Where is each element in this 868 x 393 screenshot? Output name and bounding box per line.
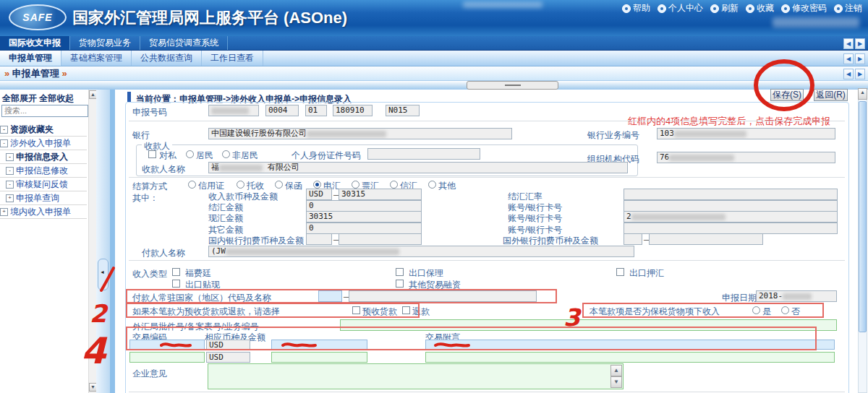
sidebar-splitter[interactable]	[96, 90, 110, 393]
other-trade-finance-checkbox[interactable]	[396, 280, 404, 288]
export-discount-checkbox[interactable]	[172, 280, 180, 288]
app-header: SAFE 国家外汇管理局网上服务平台 (ASOne) 帮助 个人中心 刷新 收藏…	[0, 0, 868, 36]
back-button[interactable]: 返回(R)	[814, 89, 848, 101]
scroll-left-icon[interactable]: ◀	[843, 38, 854, 49]
scroll-up-icon[interactable]: ▲	[610, 365, 622, 376]
declare-no-field-5: N015	[386, 105, 420, 116]
tx-remark-field-1[interactable]	[425, 340, 835, 350]
income-currency-field: USD	[306, 189, 332, 200]
declare-no-field-1	[208, 105, 259, 116]
safe-doc-no-field[interactable]	[340, 319, 837, 331]
scroll-right-icon[interactable]: ▶	[855, 38, 865, 49]
tx-amount-field-1[interactable]	[271, 340, 367, 350]
tx-code-field-1[interactable]	[129, 340, 205, 350]
refund-checkbox[interactable]	[402, 306, 410, 314]
logout-link[interactable]: 注销	[834, 2, 862, 14]
refund-label: 退款	[412, 306, 430, 318]
scroll-left-icon[interactable]: ◀	[843, 69, 854, 79]
export-bill-advance-checkbox[interactable]	[616, 268, 624, 276]
tree-controls: 全部展开 全部收起	[2, 92, 74, 105]
settlement-mail-radio[interactable]	[390, 181, 398, 189]
collapse-all-link[interactable]: 全部收起	[39, 93, 74, 103]
collapse-minus-icon[interactable]: -	[0, 139, 8, 147]
secondary-nav: 申报单管理 基础档案管理 公共数据查询 工作日查看	[0, 51, 868, 66]
secondary-nav-scroll: ◀▶	[843, 53, 865, 64]
collapse-minus-icon[interactable]: -	[6, 181, 14, 189]
prepaid-goods-checkbox[interactable]	[352, 306, 360, 314]
favorites-link[interactable]: 收藏	[746, 2, 774, 14]
payee-name-field: 福 有限公司	[208, 162, 628, 173]
tab-trade-credit-survey[interactable]: 贸易信贷调查系统	[140, 36, 228, 50]
collapse-minus-icon[interactable]: -	[6, 167, 14, 175]
tx-remark-field-2[interactable]	[425, 352, 835, 363]
tree-item-declare-modify[interactable]: -申报信息修改	[0, 164, 87, 178]
private-checkbox[interactable]	[148, 150, 156, 158]
payer-name-field: (JW	[208, 246, 634, 257]
settlement-other-radio[interactable]	[428, 181, 436, 189]
scroll-right-icon[interactable]: ▶	[855, 53, 865, 64]
tab-bop-declaration[interactable]: 国际收支申报	[0, 36, 70, 50]
sidebar: 全部展开 全部收起 -资源收藏夹 -涉外收入申报单 -申报信息录入 -申报信息修…	[0, 90, 88, 393]
bonded-no-label: 否	[791, 306, 800, 318]
tab-workday-view[interactable]: 工作日查看	[202, 51, 263, 66]
collapse-minus-icon[interactable]: -	[6, 153, 14, 161]
account-card-label-2: 账号/银行卡号	[508, 212, 562, 225]
expand-all-link[interactable]: 全部展开	[2, 93, 37, 103]
tree-item-overseas-income[interactable]: -涉外收入申报单	[0, 137, 87, 150]
expand-plus-icon[interactable]: +	[6, 194, 14, 202]
save-button[interactable]: 保存(S)	[770, 89, 804, 101]
scroll-right-icon[interactable]: ▶	[855, 69, 865, 79]
expand-plus-icon[interactable]: +	[0, 208, 8, 216]
tab-declaration-mgmt[interactable]: 申报单管理	[0, 51, 61, 66]
export-bill-advance-label: 出口押汇	[629, 267, 664, 280]
personal-id-label: 个人身份证件号码	[292, 150, 361, 162]
settlement-wire-radio[interactable]	[313, 181, 321, 189]
breadcrumb-scroll: ◀▶	[843, 69, 865, 79]
settlement-guarantee-label: 保函	[285, 180, 302, 192]
scroll-left-icon[interactable]: ◀	[843, 53, 854, 64]
tab-public-data-query[interactable]: 公共数据查询	[132, 51, 202, 66]
export-factoring-checkbox[interactable]	[396, 268, 404, 276]
export-discount-label: 出口贴现	[185, 279, 220, 291]
company-opinion-textarea[interactable]	[208, 363, 624, 389]
collapse-minus-icon[interactable]: -	[0, 126, 8, 134]
refresh-link[interactable]: 刷新	[710, 2, 739, 14]
panel-collapse-handle[interactable]	[467, 81, 558, 90]
forfaiting-label: 福费廷	[185, 267, 211, 280]
private-label: 对私	[159, 150, 176, 162]
tx-code-field-2[interactable]	[129, 352, 205, 363]
non-resident-radio[interactable]	[222, 150, 230, 158]
location-bullet	[127, 92, 131, 102]
settlement-lc-radio[interactable]	[188, 181, 196, 189]
forfaiting-checkbox[interactable]	[172, 268, 180, 276]
bonded-no-radio[interactable]	[781, 306, 789, 314]
bonded-hint-label: 本笔款项是否为保税货物项下收入	[590, 306, 720, 318]
tab-basic-archive-mgmt[interactable]: 基础档案管理	[61, 51, 132, 66]
help-link[interactable]: 帮助	[622, 2, 650, 14]
other-trade-finance-label: 其他贸易融资	[409, 279, 461, 291]
personal-center-link[interactable]: 个人中心	[658, 2, 703, 14]
app-title: 国家外汇管理局网上服务平台 (ASOne)	[72, 7, 347, 29]
payer-country-code-field[interactable]	[318, 290, 342, 302]
tree-item-resource-favorites[interactable]: -资源收藏夹	[0, 123, 87, 137]
scroll-up-icon[interactable]: ▲	[858, 88, 867, 100]
content-scrollbar-thumb[interactable]	[859, 101, 867, 332]
tree-item-domestic-income[interactable]: +境内收入申报单	[0, 205, 87, 219]
prepaid-goods-label: 预收货款	[362, 306, 397, 318]
tab-goods-trade[interactable]: 货物贸易业务	[70, 36, 140, 50]
settlement-draft-radio[interactable]	[352, 181, 359, 189]
sidebar-search-input[interactable]	[1, 105, 88, 117]
settlement-guarantee-radio[interactable]	[275, 181, 283, 189]
utility-links: 帮助 个人中心 刷新 收藏 修改密码 注销	[622, 2, 862, 14]
resident-radio[interactable]	[186, 150, 194, 158]
tree-item-audit-feedback[interactable]: -审核疑问反馈	[0, 178, 87, 191]
scroll-down-icon[interactable]: ▼	[610, 376, 622, 388]
settlement-collection-radio[interactable]	[237, 181, 244, 189]
bonded-yes-radio[interactable]	[752, 306, 760, 314]
tree-item-declare-entry[interactable]: -申报信息录入	[0, 150, 87, 164]
tx-amount-field-2[interactable]	[271, 352, 367, 363]
change-password-link[interactable]: 修改密码	[781, 2, 827, 14]
tree-item-declare-query[interactable]: +申报单查询	[0, 191, 87, 205]
spot-amount-label: 现汇金额	[208, 212, 243, 225]
splitter-collapse-handle[interactable]	[98, 259, 109, 290]
